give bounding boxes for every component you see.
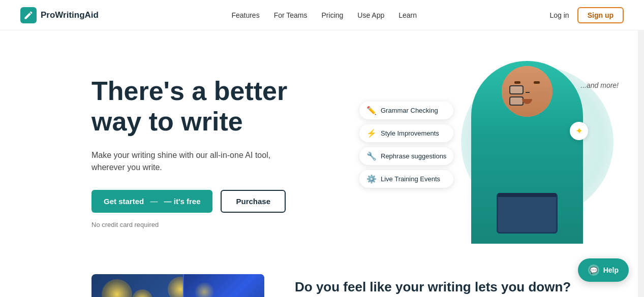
style-label: Style Improvements xyxy=(381,129,439,137)
badge-grammar: ✏️ Grammar Checking xyxy=(359,102,453,119)
get-started-button[interactable]: Get started — — it's free xyxy=(91,190,212,213)
hero-content: There's a better way to write Make your … xyxy=(91,76,287,228)
logo[interactable]: ProWritingAid xyxy=(20,7,99,23)
style-icon: ⚡ xyxy=(366,128,377,138)
rephrase-label: Rephrase suggestions xyxy=(381,152,446,160)
glasses-bridge xyxy=(526,92,530,93)
person-head xyxy=(502,66,553,117)
login-button[interactable]: Log in xyxy=(550,11,569,19)
navbar: ProWritingAid Features For Teams Pricing… xyxy=(0,0,644,30)
nav-links: Features For Teams Pricing Use App Learn xyxy=(231,11,417,19)
hero-title-line2: way to write xyxy=(91,107,243,136)
get-started-sub: — it's free xyxy=(164,197,201,206)
laptop xyxy=(497,193,558,234)
starry-night-image xyxy=(91,274,264,297)
sparkle-icon: ✦ xyxy=(570,122,588,140)
swirl-1 xyxy=(102,279,132,297)
hero-sub-line2: wherever you write. xyxy=(91,161,287,174)
badge-style: ⚡ Style Improvements xyxy=(359,124,453,142)
logo-text: ProWritingAid xyxy=(41,10,99,20)
lower-section: Do you feel like your writing lets you d… xyxy=(0,264,644,297)
signup-button[interactable]: Sign up xyxy=(577,7,624,23)
separator: — xyxy=(150,197,158,206)
grammar-icon: ✏️ xyxy=(366,106,377,115)
person-figure xyxy=(471,61,583,244)
person-face xyxy=(502,66,553,117)
nav-actions: Log in Sign up xyxy=(550,7,624,23)
glasses-left xyxy=(509,85,524,94)
badge-rephrase: 🔧 Rephrase suggestions xyxy=(359,147,453,165)
glasses xyxy=(509,85,545,95)
no-credit-text: No credit card required xyxy=(91,221,287,228)
grammar-label: Grammar Checking xyxy=(381,107,438,114)
training-label: Live Training Events xyxy=(381,175,440,183)
hero-illustration: ...and more! ✦ ✏️ Grammar Checking ⚡ Sty… xyxy=(359,61,624,244)
scrollbar-track[interactable] xyxy=(638,0,644,297)
nav-learn[interactable]: Learn xyxy=(398,11,417,19)
hero-sub-line1: Make your writing shine with our all-in-… xyxy=(91,149,287,161)
help-chat-icon: 💬 xyxy=(588,265,599,276)
training-icon: ⚙️ xyxy=(366,174,377,184)
eyebrow-left xyxy=(514,81,520,84)
hero-section: There's a better way to write Make your … xyxy=(0,30,644,264)
second-image xyxy=(183,274,264,297)
swirl-2 xyxy=(132,289,152,297)
laptop-top xyxy=(498,193,556,197)
nav-pricing[interactable]: Pricing xyxy=(322,11,344,19)
glasses-right xyxy=(509,96,524,106)
logo-svg xyxy=(23,10,34,20)
badge-training: ⚙️ Live Training Events xyxy=(359,170,453,188)
hero-subtitle: Make your writing shine with our all-in-… xyxy=(91,149,287,174)
logo-icon xyxy=(20,7,37,23)
feature-badges: ✏️ Grammar Checking ⚡ Style Improvements… xyxy=(359,102,453,188)
lower-right-content: Do you feel like your writing lets you d… xyxy=(264,274,624,295)
rephrase-icon: 🔧 xyxy=(366,151,377,161)
purchase-button[interactable]: Purchase xyxy=(221,190,286,213)
nav-features[interactable]: Features xyxy=(231,11,259,19)
help-label: Help xyxy=(603,266,619,274)
lower-title: Do you feel like your writing lets you d… xyxy=(295,279,624,295)
moon xyxy=(194,282,214,297)
hero-buttons: Get started — — it's free Purchase xyxy=(91,190,287,213)
help-button[interactable]: 💬 Help xyxy=(578,258,629,282)
and-more-label: ...and more! xyxy=(580,81,619,89)
smile xyxy=(522,99,532,104)
eyebrow-right xyxy=(534,81,540,84)
get-started-label: Get started xyxy=(104,197,144,206)
nav-use-app[interactable]: Use App xyxy=(357,11,384,19)
nav-for-teams[interactable]: For Teams xyxy=(274,11,308,19)
hero-title: There's a better way to write xyxy=(91,76,287,137)
hero-title-line1: There's a better xyxy=(91,76,287,106)
